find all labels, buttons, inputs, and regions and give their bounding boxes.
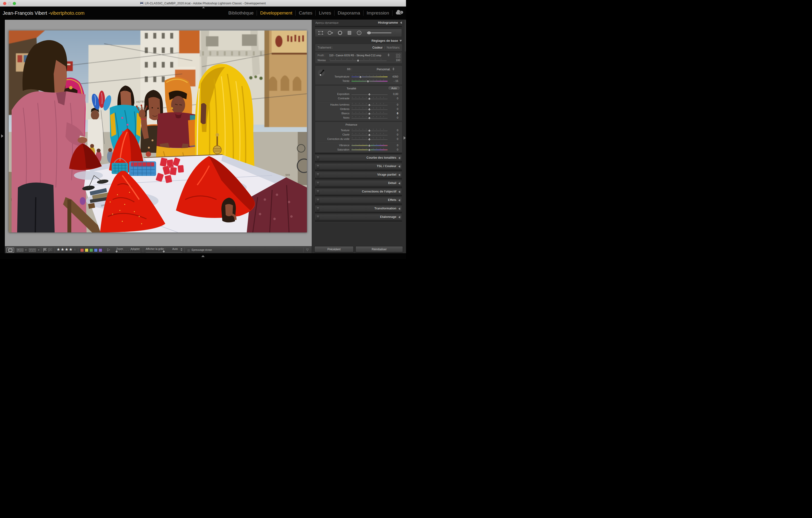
panel-toggle-switch[interactable] [317, 215, 319, 219]
spot-removal-icon[interactable] [327, 30, 333, 35]
right-panel-collapse-arrow-icon[interactable] [404, 136, 406, 140]
star-rating-5[interactable] [73, 247, 77, 252]
panel-tone-curve[interactable]: Courbe des tonalités [315, 155, 402, 161]
panel-separator [315, 153, 402, 154]
panel-toggle-switch[interactable] [317, 173, 319, 177]
panel-toggle-switch[interactable] [317, 156, 319, 160]
identity-name: Jean-François Vibert - [3, 10, 50, 16]
highlights-slider[interactable]: Hautes lumières 0 [315, 102, 402, 107]
panel-toggle-switch[interactable] [317, 199, 319, 203]
panel-toggle-switch[interactable] [317, 164, 319, 169]
module-diaporama[interactable]: Diaporama [335, 10, 363, 16]
previous-button[interactable]: Précédent [314, 246, 353, 252]
wb-updown-icon[interactable] [393, 68, 395, 70]
panel-toggle-switch[interactable] [317, 181, 319, 186]
saturation-slider[interactable]: Saturation 0 [315, 147, 402, 152]
module-separator [392, 10, 393, 16]
module-livres[interactable]: Livres [316, 10, 334, 16]
color-label-blue[interactable] [94, 248, 98, 252]
before-after-dropdown-icon[interactable] [38, 250, 39, 250]
basic-panel-header[interactable]: Réglages de base [315, 39, 402, 43]
module-developpement[interactable]: Développement [257, 10, 295, 16]
clarity-slider[interactable]: Clarté 0 [315, 132, 402, 137]
star-rating-3[interactable] [65, 247, 68, 252]
treatment-label: Traitement : [318, 46, 333, 49]
tone-auto-button[interactable]: Auto [388, 86, 400, 90]
vibrance-slider[interactable]: Vibrance 0 [315, 143, 402, 147]
panel-title: Corrections de l'objectif [362, 190, 396, 193]
module-cartes[interactable]: Cartes [295, 10, 315, 16]
flag-pick-reject-icons[interactable] [43, 248, 53, 252]
panel-hsl-color[interactable]: TSL / Couleur [315, 163, 402, 169]
color-label-green[interactable] [89, 248, 93, 252]
presence-title: Présence [315, 123, 388, 126]
blacks-slider[interactable]: Noirs 0 [315, 116, 402, 120]
module-bibliotheque[interactable]: Bibliothèque [225, 10, 257, 16]
panel-calibration[interactable]: Etalonnage [315, 214, 402, 220]
color-label-red[interactable] [80, 248, 84, 252]
develop-canvas: HOTEL KASH 949 [5, 20, 312, 246]
dehaze-slider[interactable]: Correction du voile 0 [315, 137, 402, 141]
loupe-view-button[interactable] [6, 248, 14, 253]
reference-view-button[interactable]: RA [16, 248, 24, 253]
crop-overlay-icon[interactable] [318, 30, 323, 35]
blacks-value: 0 [388, 116, 398, 119]
color-label-yellow[interactable] [85, 248, 88, 252]
top-panel-reveal-arrow-icon[interactable] [202, 7, 205, 8]
photo-canvas[interactable]: HOTEL KASH 949 [9, 30, 307, 233]
whites-slider[interactable]: Blancs 0 [315, 111, 402, 116]
panel-lens-corrections[interactable]: Corrections de l'objectif [315, 189, 402, 194]
profile-value[interactable]: 110 - Canon EOS R5 - Strong Red C12.xmp [329, 54, 381, 57]
grid-mode-value[interactable]: Auto [172, 247, 178, 250]
soft-proof-checkbox[interactable] [187, 249, 190, 252]
star-rating-4[interactable] [69, 247, 72, 252]
treatment-box: Traitement : Couleur Noir/blanc [315, 44, 402, 52]
panel-scrollbar[interactable] [405, 20, 406, 52]
adjustment-brush-icon[interactable] [366, 30, 393, 35]
grid-size-slider[interactable] [146, 250, 182, 253]
before-after-view-button[interactable]: YY [28, 248, 37, 253]
graduated-filter-icon[interactable] [347, 30, 352, 35]
radial-filter-icon[interactable] [356, 30, 362, 35]
sync-cloud-icon[interactable] [396, 11, 402, 14]
texture-slider[interactable]: Texture 0 [315, 128, 402, 132]
histogram-header[interactable]: Aperçu dynamique Histogramme [315, 21, 402, 25]
treatment-color-option[interactable]: Couleur [372, 46, 382, 49]
vibrance-label: Vibrance [315, 144, 351, 147]
profile-amount-slider[interactable]: Niveau 100 [315, 58, 402, 62]
panel-collapse-arrow-icon [398, 165, 400, 168]
soft-proof-label[interactable]: Epreuvage écran [192, 248, 212, 251]
panel-effects[interactable]: Effets [315, 197, 402, 203]
panel-transform[interactable]: Transformation [315, 206, 402, 211]
wb-value[interactable]: Personnal. [377, 68, 390, 71]
filmstrip-reveal-arrow-icon[interactable] [201, 255, 205, 257]
red-eye-correction-icon[interactable] [337, 30, 343, 35]
color-label-purple[interactable] [98, 248, 102, 252]
wall-graffiti: 949 [285, 174, 290, 176]
reset-button[interactable]: Réinitialiser [355, 246, 403, 252]
star-rating-2[interactable] [61, 247, 64, 252]
panel-toggle-switch[interactable] [317, 207, 319, 211]
star-rating-1[interactable] [57, 247, 60, 252]
temperature-slider[interactable]: Température 4350 [315, 74, 402, 79]
toolbar-options-dropdown-icon[interactable] [306, 248, 309, 251]
module-impression[interactable]: Impression [364, 10, 392, 16]
reference-view-dropdown-icon[interactable] [25, 250, 27, 250]
shadows-slider[interactable]: Ombres 0 [315, 107, 402, 111]
identity-plate[interactable]: Jean-François Vibert - vibertphoto.com [3, 6, 85, 20]
texture-label: Texture [315, 129, 351, 132]
exposure-slider[interactable]: Exposition 0,00 [315, 92, 402, 96]
impromptu-slideshow-icon[interactable] [107, 247, 110, 252]
panel-toggle-switch[interactable] [317, 190, 319, 194]
contrast-label: Contraste [315, 97, 351, 100]
profile-updown-icon[interactable] [388, 54, 389, 56]
panel-detail[interactable]: Détail [315, 180, 402, 186]
panel-separator [315, 195, 402, 196]
treatment-bw-option[interactable]: Noir/blanc [387, 46, 400, 49]
panel-split-toning[interactable]: Virage partiel [315, 172, 402, 178]
zoom-slider[interactable] [116, 250, 140, 253]
contrast-slider[interactable]: Contraste 0 [315, 96, 402, 100]
left-panel-reveal-arrow-icon[interactable] [1, 134, 3, 138]
profile-browser-icon[interactable] [396, 54, 400, 58]
tint-slider[interactable]: Teinte - 15 [315, 79, 402, 83]
